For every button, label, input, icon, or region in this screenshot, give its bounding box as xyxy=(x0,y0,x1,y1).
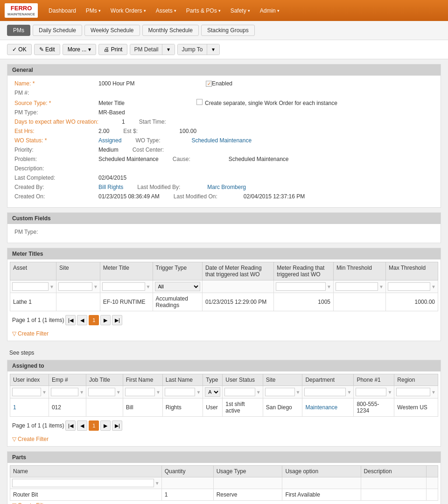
filter-meter-title-icon[interactable]: ▼ xyxy=(146,284,151,289)
col-emp-num: Emp # xyxy=(49,374,86,386)
separate-wo-checkbox[interactable] xyxy=(196,99,203,105)
assigned-last-page[interactable]: ▶| xyxy=(112,420,122,431)
assigned-prev-page[interactable]: ◀ xyxy=(77,420,87,431)
filter-user-index-icon[interactable]: ▼ xyxy=(42,390,47,395)
filter-meter-reading-icon[interactable]: ▼ xyxy=(327,284,331,289)
filter-trigger-type-select[interactable]: All xyxy=(155,282,200,291)
filter-site-at-input[interactable] xyxy=(265,388,295,396)
filter-region-input[interactable] xyxy=(396,388,430,396)
filter-type-select[interactable]: All xyxy=(205,387,220,397)
filter-emp-num-input[interactable] xyxy=(51,388,78,396)
filter-min-threshold-icon[interactable]: ▼ xyxy=(379,284,384,289)
filter-region-icon[interactable]: ▼ xyxy=(431,390,436,395)
tab-stacking-groups[interactable]: Stacking Groups xyxy=(201,25,255,36)
meter-titles-table: Asset Site Meter Title Trigger Type Date… xyxy=(10,262,438,311)
filter-job-title-icon[interactable]: ▼ xyxy=(116,390,121,395)
more-button[interactable]: More ... ▾ xyxy=(63,44,97,55)
nav-parts-pos[interactable]: Parts & POs ▾ xyxy=(182,5,224,16)
col-region: Region xyxy=(394,374,438,386)
tab-daily-schedule[interactable]: Daily Schedule xyxy=(33,25,82,36)
tab-pms[interactable]: PMs xyxy=(7,25,30,36)
filter-parts-name-input[interactable] xyxy=(12,479,154,487)
description-row: Description: xyxy=(14,165,434,172)
col-parts-extra xyxy=(426,466,438,477)
pm-detail-dropdown[interactable]: ▾ xyxy=(162,44,175,55)
filter-department-input[interactable] xyxy=(304,388,346,396)
meter-prev-page[interactable]: ◀ xyxy=(77,315,87,325)
filter-site-at-cell: ▼ xyxy=(263,386,302,399)
ok-button[interactable]: ✓ OK xyxy=(7,44,32,55)
meter-row-max-threshold: 1000.00 xyxy=(385,293,438,311)
wo-arrow: ▾ xyxy=(144,8,146,13)
filter-job-title-input[interactable] xyxy=(88,388,115,396)
filter-max-threshold-input[interactable] xyxy=(388,282,430,291)
nav-assets[interactable]: Assets ▾ xyxy=(152,5,180,16)
filter-user-status-input[interactable] xyxy=(224,388,255,396)
custom-pm-type-row: PM Type: xyxy=(14,229,434,235)
meter-last-page[interactable]: ▶| xyxy=(112,315,122,325)
meter-titles-header: Meter Titles xyxy=(7,248,441,259)
meter-titles-pagination: Page 1 of 1 (1 items) |◀ ◀ 1 ▶ ▶| xyxy=(10,311,438,329)
col-parts-name: Name xyxy=(10,466,162,477)
filter-parts-qty-cell xyxy=(161,477,213,489)
edit-button[interactable]: ✎ Edit xyxy=(34,44,60,55)
enabled-checkbox[interactable]: ✓ xyxy=(206,81,212,87)
source-type-label: Source Type: * xyxy=(14,100,98,106)
wo-status-label: WO Status: * xyxy=(14,137,98,144)
tab-monthly-schedule[interactable]: Monthly Schedule xyxy=(142,25,199,36)
filter-asset-icon[interactable]: ▼ xyxy=(49,284,54,289)
assigned-department: Maintenance xyxy=(302,399,354,417)
department-link[interactable]: Maintenance xyxy=(305,404,337,411)
priority-pair: Priority: Medium xyxy=(14,147,119,153)
filter-user-index-input[interactable] xyxy=(12,388,41,396)
filter-emp-num-icon[interactable]: ▼ xyxy=(79,390,84,395)
filter-parts-name-icon[interactable]: ▼ xyxy=(155,481,160,486)
assigned-last-name: Rights xyxy=(162,399,203,417)
filter-meter-reading-input[interactable] xyxy=(276,282,326,291)
assigned-create-filter-link[interactable]: ▽ Create Filter xyxy=(10,434,438,444)
jump-to-dropdown[interactable]: ▾ xyxy=(207,44,219,55)
assigned-next-page[interactable]: ▶ xyxy=(100,420,111,431)
meter-page-1[interactable]: 1 xyxy=(89,315,99,325)
tab-weekly-schedule[interactable]: Weekly Schedule xyxy=(84,25,140,36)
wo-type-label: WO Type: xyxy=(135,137,191,144)
filter-site-icon[interactable]: ▼ xyxy=(93,284,98,289)
filter-meter-title-input[interactable] xyxy=(102,282,145,291)
filter-phone-input[interactable] xyxy=(356,388,386,396)
filter-user-status-icon[interactable]: ▼ xyxy=(256,390,261,395)
nav-work-orders[interactable]: Work Orders ▾ xyxy=(107,5,150,16)
est-dollar-value: 100.00 xyxy=(179,128,196,134)
user-index-link[interactable]: 1 xyxy=(13,404,16,411)
nav-admin[interactable]: Admin ▾ xyxy=(256,5,283,16)
assigned-page-1[interactable]: 1 xyxy=(89,420,99,431)
wo-type-value: Scheduled Maintenance xyxy=(191,137,252,144)
filter-department-icon[interactable]: ▼ xyxy=(347,390,351,395)
filter-first-name-icon[interactable]: ▼ xyxy=(156,390,161,395)
print-button[interactable]: 🖨 Print xyxy=(98,44,127,55)
cause-label: Cause: xyxy=(173,156,229,162)
col-user-status: User Status xyxy=(223,374,263,386)
enabled-label: Enabled xyxy=(212,80,232,87)
filter-asset-input[interactable] xyxy=(12,282,49,291)
nav-dashboard[interactable]: Dashboard xyxy=(45,5,80,16)
meter-first-page[interactable]: |◀ xyxy=(65,315,76,325)
last-modified-by-label: Last Modified By: xyxy=(137,184,207,190)
filter-site-input[interactable] xyxy=(58,282,92,291)
nav-pms[interactable]: PMs ▾ xyxy=(82,5,105,16)
filter-last-name-icon[interactable]: ▼ xyxy=(196,390,201,395)
filter-max-threshold-icon[interactable]: ▼ xyxy=(431,284,436,289)
meter-next-page[interactable]: ▶ xyxy=(100,315,111,325)
filter-last-name-input[interactable] xyxy=(165,388,196,396)
nav-safety[interactable]: Safety ▾ xyxy=(227,5,254,16)
parts-create-filter-link[interactable]: ▽ Create Filter xyxy=(10,501,438,504)
filter-phone-icon[interactable]: ▼ xyxy=(387,390,392,395)
meter-create-filter-link[interactable]: ▽ Create Filter xyxy=(10,329,438,338)
filter-min-threshold-input[interactable] xyxy=(336,282,378,291)
filter-site-at-icon[interactable]: ▼ xyxy=(296,390,301,395)
col-job-title: Job Title xyxy=(86,374,123,386)
nav-items: Dashboard PMs ▾ Work Orders ▾ Assets ▾ P… xyxy=(45,5,283,16)
col-site: Site xyxy=(56,262,100,280)
filter-first-name-input[interactable] xyxy=(125,388,155,396)
assigned-site: San Diego xyxy=(263,399,302,417)
assigned-first-page[interactable]: |◀ xyxy=(65,420,76,431)
